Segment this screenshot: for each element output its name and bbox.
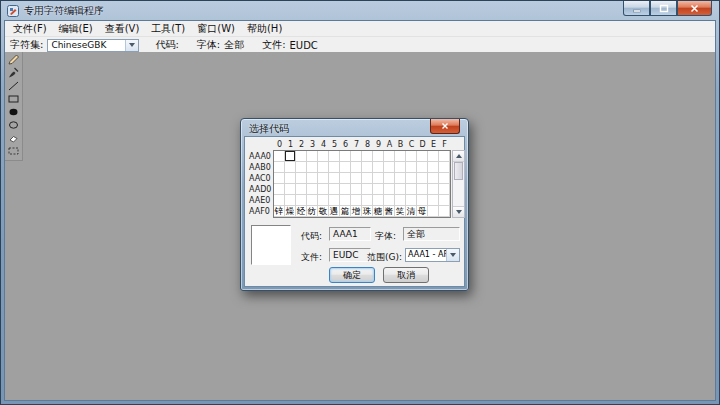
grid-cell[interactable]: 酱	[384, 206, 395, 217]
grid-cell[interactable]	[439, 195, 450, 206]
grid-cell[interactable]: 母	[417, 206, 428, 217]
grid-scrollbar[interactable]	[452, 150, 465, 218]
grid-cell[interactable]	[351, 184, 362, 195]
grid-cell[interactable]	[351, 195, 362, 206]
grid-cell[interactable]	[384, 184, 395, 195]
grid-cell[interactable]	[417, 195, 428, 206]
grid-cell[interactable]	[351, 162, 362, 173]
grid-cell[interactable]	[406, 173, 417, 184]
grid-cell[interactable]	[406, 151, 417, 162]
grid-cell[interactable]	[274, 162, 285, 173]
grid-cell[interactable]	[285, 195, 296, 206]
dialog-close-button[interactable]	[430, 119, 460, 134]
grid-cell[interactable]: 遇	[329, 206, 340, 217]
rect-select-tool[interactable]	[6, 145, 21, 157]
grid-cell[interactable]	[285, 151, 296, 162]
grid-cell[interactable]	[296, 184, 307, 195]
scroll-thumb[interactable]	[454, 162, 463, 180]
maximize-button[interactable]	[650, 1, 677, 16]
grid-cell[interactable]	[274, 173, 285, 184]
scroll-down-button[interactable]	[453, 206, 464, 217]
grid-cell[interactable]	[340, 195, 351, 206]
grid-cell[interactable]	[307, 151, 318, 162]
grid-cell[interactable]	[285, 173, 296, 184]
grid-cell[interactable]	[439, 151, 450, 162]
grid-cell[interactable]	[296, 162, 307, 173]
menu-item[interactable]: 查看(V)	[99, 21, 146, 37]
grid-cell[interactable]	[417, 151, 428, 162]
grid-cell[interactable]	[373, 195, 384, 206]
grid-cell[interactable]	[395, 195, 406, 206]
range-dropdown-icon[interactable]	[446, 249, 459, 261]
grid-cell[interactable]	[439, 173, 450, 184]
grid-cell[interactable]	[307, 195, 318, 206]
grid-cell[interactable]	[428, 151, 439, 162]
grid-cell[interactable]	[318, 184, 329, 195]
grid-cell[interactable]	[439, 184, 450, 195]
grid-cell[interactable]	[373, 184, 384, 195]
grid-cell[interactable]	[318, 173, 329, 184]
grid-cell[interactable]	[395, 173, 406, 184]
grid-cell[interactable]	[428, 184, 439, 195]
grid-cell[interactable]	[329, 184, 340, 195]
menu-item[interactable]: 帮助(H)	[241, 21, 288, 37]
grid-cell[interactable]	[362, 162, 373, 173]
grid-cell[interactable]	[351, 173, 362, 184]
grid-cell[interactable]: 篇	[340, 206, 351, 217]
grid-cell[interactable]	[395, 184, 406, 195]
scroll-up-button[interactable]	[453, 151, 464, 162]
grid-cell[interactable]	[274, 184, 285, 195]
line-tool[interactable]	[6, 80, 21, 92]
grid-cell[interactable]	[406, 184, 417, 195]
grid-cell[interactable]: 笑	[395, 206, 406, 217]
grid-cell[interactable]	[384, 195, 395, 206]
grid-cell[interactable]	[307, 162, 318, 173]
ok-button[interactable]: 确定	[329, 267, 375, 283]
charset-dropdown-icon[interactable]	[125, 40, 138, 51]
grid-cell[interactable]	[362, 173, 373, 184]
grid-cell[interactable]	[318, 162, 329, 173]
menu-item[interactable]: 编辑(E)	[53, 21, 99, 37]
grid-cell[interactable]	[296, 173, 307, 184]
grid-cell[interactable]	[428, 173, 439, 184]
grid-cell[interactable]	[307, 184, 318, 195]
grid-cell[interactable]: 锌	[274, 206, 285, 217]
grid-cell[interactable]	[329, 195, 340, 206]
grid-cell[interactable]	[395, 151, 406, 162]
grid-cell[interactable]	[340, 173, 351, 184]
grid-cell[interactable]	[406, 195, 417, 206]
grid-cell[interactable]	[274, 151, 285, 162]
grid-cell[interactable]	[329, 173, 340, 184]
range-combobox[interactable]: AAA1 - AFFE	[405, 248, 460, 262]
minimize-button[interactable]	[623, 1, 650, 16]
hollow-rectangle-tool[interactable]	[6, 93, 21, 105]
grid-cell[interactable]	[296, 195, 307, 206]
grid-cell[interactable]	[428, 195, 439, 206]
grid-cell[interactable]	[417, 173, 428, 184]
grid-cell[interactable]	[285, 184, 296, 195]
grid-cell[interactable]	[395, 162, 406, 173]
cancel-button[interactable]: 取消	[383, 267, 429, 283]
grid-cell[interactable]: 燥	[285, 206, 296, 217]
grid-cell[interactable]	[439, 206, 450, 217]
menu-item[interactable]: 工具(T)	[145, 21, 191, 37]
grid-cell[interactable]	[351, 151, 362, 162]
charset-combobox[interactable]: ChineseGBK	[47, 39, 139, 52]
grid-cell[interactable]	[362, 184, 373, 195]
grid-cell[interactable]	[428, 206, 439, 217]
menu-item[interactable]: 文件(F)	[7, 21, 53, 37]
grid-cell[interactable]	[329, 162, 340, 173]
grid-cell[interactable]	[384, 173, 395, 184]
grid-cell[interactable]: 清	[406, 206, 417, 217]
grid-cell[interactable]	[285, 162, 296, 173]
grid-cell[interactable]	[362, 151, 373, 162]
grid-cell[interactable]	[373, 151, 384, 162]
grid-cell[interactable]	[384, 151, 395, 162]
grid-cell[interactable]	[274, 195, 285, 206]
hollow-ellipse-tool[interactable]	[6, 119, 21, 131]
grid-cell[interactable]: 敬	[318, 206, 329, 217]
grid-cell[interactable]: 糖	[373, 206, 384, 217]
filled-ellipse-tool[interactable]	[6, 106, 21, 118]
grid-cell[interactable]	[406, 162, 417, 173]
eraser-tool[interactable]	[6, 132, 21, 144]
